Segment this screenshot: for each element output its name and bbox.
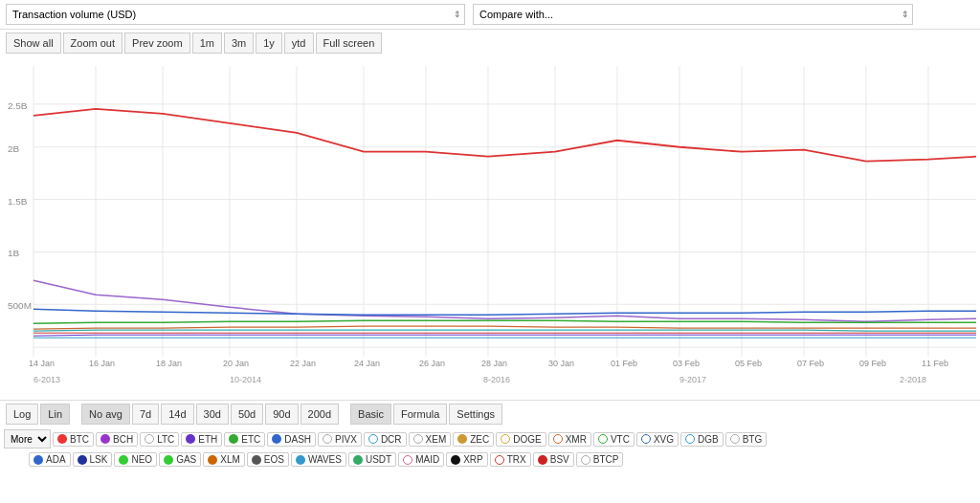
svg-text:1.5B: 1.5B (8, 196, 28, 207)
coin-ada[interactable]: ADA (29, 452, 71, 467)
btcp-dot (581, 455, 590, 465)
coin-xrp[interactable]: XRP (446, 452, 488, 467)
show-all-button[interactable]: Show all (6, 33, 61, 54)
14d-button[interactable]: 14d (161, 404, 193, 425)
coin-vtc[interactable]: VTC (593, 432, 635, 447)
ltc-label: LTC (157, 434, 174, 445)
svg-text:8-2016: 8-2016 (483, 375, 510, 384)
dgb-dot (685, 434, 695, 444)
chart-svg: 2.5B 2B 1.5B 1B 500M 14 Jan 16 Jan 18 Ja… (0, 56, 980, 400)
svg-text:30 Jan: 30 Jan (548, 359, 574, 368)
svg-text:2-2018: 2-2018 (900, 375, 926, 384)
coin-pivx[interactable]: PIVX (318, 432, 362, 447)
log-button[interactable]: Log (6, 404, 38, 425)
btc-dot (57, 434, 67, 444)
200d-button[interactable]: 200d (301, 404, 339, 425)
coin-bsv[interactable]: BSV (533, 452, 574, 467)
coin-btcp[interactable]: BTCP (576, 452, 624, 467)
eos-label: EOS (264, 454, 284, 465)
coin-zec[interactable]: ZEC (453, 432, 494, 447)
scale-controls: Log Lin No avg 7d 14d 30d 50d 90d 200d B… (0, 401, 980, 427)
no-avg-button[interactable]: No avg (81, 404, 130, 425)
coin-eos[interactable]: EOS (247, 452, 289, 467)
formula-button[interactable]: Formula (393, 404, 447, 425)
btcp-label: BTCP (593, 454, 619, 465)
waves-dot (296, 455, 305, 465)
zoom-out-button[interactable]: Zoom out (63, 33, 122, 54)
etc-dot (229, 434, 238, 444)
coin-xmr[interactable]: XMR (548, 432, 591, 447)
neo-dot (119, 455, 128, 465)
coin-btg[interactable]: BTG (725, 432, 768, 447)
xvg-dot (641, 434, 651, 444)
coin-xem[interactable]: XEM (409, 432, 452, 447)
coin-trx[interactable]: TRX (490, 452, 531, 467)
btg-dot (730, 434, 740, 444)
maid-dot (403, 455, 412, 465)
svg-text:2B: 2B (8, 143, 20, 154)
svg-rect-0 (0, 56, 980, 400)
1m-button[interactable]: 1m (192, 33, 222, 54)
neo-label: NEO (131, 454, 152, 465)
eos-dot (252, 455, 261, 465)
lin-button[interactable]: Lin (40, 404, 70, 425)
coin-maid[interactable]: MAID (398, 452, 444, 467)
compare-select-wrapper: Compare with... (473, 4, 913, 25)
eth-dot (186, 434, 195, 444)
coin-xlm[interactable]: XLM (203, 452, 245, 467)
full-screen-button[interactable]: Full screen (316, 33, 383, 54)
coin-eth[interactable]: ETH (181, 432, 222, 447)
basic-button[interactable]: Basic (350, 404, 391, 425)
coin-waves[interactable]: WAVES (291, 452, 346, 467)
1y-button[interactable]: 1y (256, 33, 282, 54)
xem-dot (413, 434, 423, 444)
coin-doge[interactable]: DOGE (496, 432, 546, 447)
coin-ltc[interactable]: LTC (140, 432, 179, 447)
coin-usdt[interactable]: USDT (348, 452, 396, 467)
xem-label: XEM (426, 434, 447, 445)
coin-neo[interactable]: NEO (114, 452, 157, 467)
90d-button[interactable]: 90d (265, 404, 298, 425)
50d-button[interactable]: 50d (231, 404, 263, 425)
coin-etc[interactable]: ETC (224, 432, 265, 447)
dash-label: DASH (284, 434, 311, 445)
xmr-label: XMR (566, 434, 587, 445)
svg-text:28 Jan: 28 Jan (481, 359, 507, 368)
7d-button[interactable]: 7d (132, 404, 159, 425)
vtc-dot (598, 434, 608, 444)
trx-dot (495, 455, 504, 465)
30d-button[interactable]: 30d (196, 404, 229, 425)
coin-dgb[interactable]: DGB (680, 432, 724, 447)
coin-lsk[interactable]: LSK (73, 452, 113, 467)
ytd-button[interactable]: ytd (284, 33, 314, 54)
prev-zoom-button[interactable]: Prev zoom (124, 33, 190, 54)
xlm-dot (208, 455, 217, 465)
3m-button[interactable]: 3m (224, 33, 254, 54)
coin-dcr[interactable]: DCR (364, 432, 407, 447)
ltc-dot (145, 434, 154, 444)
coin-dash[interactable]: DASH (267, 432, 316, 447)
btc-label: BTC (70, 434, 89, 445)
dgb-label: DGB (698, 434, 719, 445)
doge-label: DOGE (513, 434, 541, 445)
coin-bch[interactable]: BCH (96, 432, 138, 447)
bsv-dot (538, 455, 547, 465)
ada-dot (33, 455, 43, 465)
btg-label: BTG (743, 434, 763, 445)
settings-button[interactable]: Settings (449, 404, 502, 425)
usdt-label: USDT (366, 454, 391, 465)
metric-select[interactable]: Transaction volume (USD) (6, 4, 465, 25)
pivx-label: PIVX (335, 434, 357, 445)
svg-text:14 Jan: 14 Jan (29, 359, 55, 368)
bsv-label: BSV (550, 454, 569, 465)
svg-text:1B: 1B (8, 248, 20, 258)
coin-btc[interactable]: BTC (53, 432, 94, 447)
svg-text:01 Feb: 01 Feb (611, 359, 637, 368)
xrp-dot (451, 455, 460, 465)
svg-text:05 Feb: 05 Feb (735, 359, 762, 368)
bch-label: BCH (113, 434, 133, 445)
compare-select[interactable]: Compare with... (473, 4, 913, 25)
coin-xvg[interactable]: XVG (636, 432, 679, 447)
more-select[interactable]: More (4, 429, 51, 448)
coin-gas[interactable]: GAS (159, 452, 201, 467)
